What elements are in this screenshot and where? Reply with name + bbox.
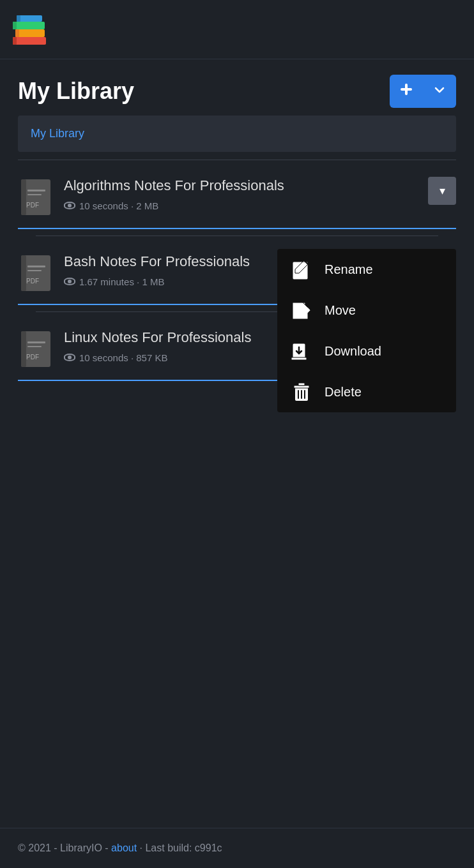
header-buttons [390,75,456,108]
book-meta-text: 10 seconds · 857 KB [79,352,167,363]
book-info: Algorithms Notes For Professionals 10 se… [64,177,428,211]
svg-rect-0 [13,37,46,45]
svg-text:PDF: PDF [26,202,39,209]
eye-icon [64,202,75,209]
svg-rect-11 [21,179,26,215]
book-icon: PDF [18,177,54,218]
chevron-down-icon [434,83,445,100]
svg-rect-4 [13,37,17,45]
page-title: My Library [18,78,134,105]
chevron-down-icon: ▾ [440,184,445,198]
svg-rect-6 [13,22,17,29]
divider [18,160,456,160]
svg-text:PDF: PDF [26,278,39,285]
book-icon: PDF [18,329,54,370]
divider [36,236,438,236]
svg-rect-18 [27,270,42,271]
book-title: Algorithms Notes For Professionals [64,177,428,195]
book-list: PDF Algorithms Notes For Professionals 1… [0,167,474,381]
svg-text:PDF: PDF [26,354,39,361]
context-menu: Rename Move [277,249,456,412]
svg-rect-29 [298,383,305,385]
svg-rect-1 [15,29,45,37]
svg-rect-12 [27,190,45,191]
breadcrumb: My Library [18,116,456,152]
book-meta-text: 1.67 minutes · 1 MB [79,276,164,287]
move-icon [290,299,313,322]
delete-label: Delete [325,385,362,400]
eye-icon [64,278,75,285]
svg-rect-9 [401,88,412,91]
footer: © 2021 - LibraryIO - about · Last build:… [0,828,474,868]
svg-rect-5 [15,29,19,37]
svg-rect-16 [21,255,26,291]
rename-label: Rename [325,262,373,277]
book-icon: PDF [18,253,54,294]
svg-rect-35 [27,341,45,343]
top-bar [0,0,474,59]
dropdown-button[interactable] [423,75,456,108]
svg-rect-2 [13,22,45,29]
book-meta: 10 seconds · 2 MB [64,200,428,211]
svg-rect-17 [27,266,45,267]
svg-rect-7 [17,15,20,22]
page-header: My Library [0,59,474,116]
move-label: Move [325,303,356,318]
rename-menu-item[interactable]: Rename [277,249,456,290]
download-label: Download [325,344,381,359]
svg-rect-36 [27,346,42,347]
download-icon [290,340,313,363]
move-menu-item[interactable]: Move [277,290,456,331]
book-menu-button[interactable]: ▾ [428,177,456,205]
svg-rect-26 [291,357,307,360]
svg-rect-34 [21,331,26,367]
plus-icon [399,82,413,100]
about-link[interactable]: about [111,842,137,853]
delete-menu-item[interactable]: Delete [277,371,456,412]
svg-rect-13 [27,194,42,195]
breadcrumb-text[interactable]: My Library [31,127,84,140]
svg-rect-28 [294,385,309,388]
delete-icon [290,380,313,403]
app-logo [10,9,51,50]
book-item: PDF Bash Notes For Professionals 1.67 mi… [18,243,456,305]
add-book-button[interactable] [390,75,423,108]
build-text: · Last build: c991c [140,842,222,853]
copyright-text: © 2021 - LibraryIO - [18,842,109,853]
book-meta-text: 10 seconds · 2 MB [79,200,158,211]
book-item: PDF Algorithms Notes For Professionals 1… [18,167,456,229]
download-menu-item[interactable]: Download [277,331,456,371]
rename-icon [290,258,313,281]
eye-icon [64,354,75,361]
